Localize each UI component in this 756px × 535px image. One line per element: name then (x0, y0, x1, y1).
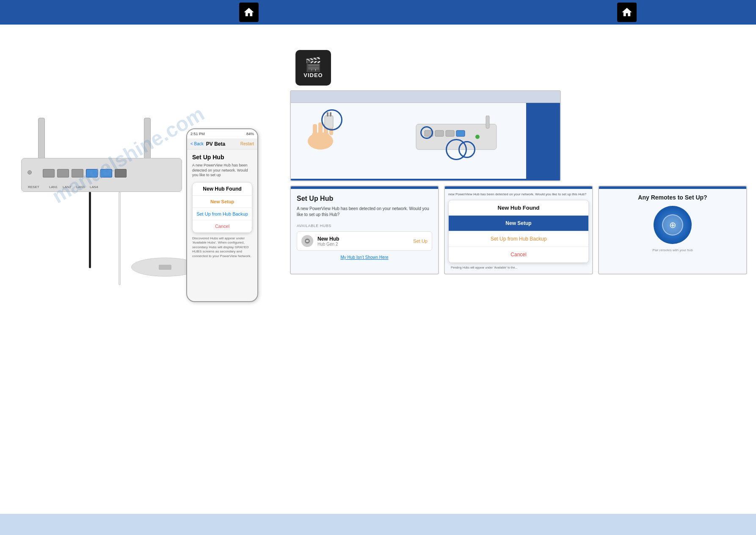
svg-rect-17 (306, 240, 309, 242)
screenshot-header-bar (291, 91, 560, 103)
nhf-small-text: Pending Hubs will appear under 'Availabl… (448, 263, 589, 272)
bottom-bar-right (378, 514, 756, 535)
blue-circle-port3 (458, 141, 475, 158)
phone-body: 2:51 PM 84% < Back PV Beta Restart Set U… (186, 128, 258, 302)
setup-hub-desc: A new PowerView Hub has been detected on… (297, 206, 432, 218)
black-cable (89, 192, 91, 268)
port-labels: RESET LAN1 LAN2 LAN3 LAN4 (28, 185, 102, 189)
reset-label: RESET (28, 185, 32, 189)
hub-type: Hub Gen 2 (317, 242, 339, 247)
new-hub-found-dialog: New Hub Found New Setup Set Up from Hub … (448, 200, 589, 263)
home-icon-svg-right (621, 6, 633, 18)
available-hubs-label: AVAILABLE HUBS (297, 224, 432, 228)
remote-image: ⊕ (654, 206, 692, 244)
phone-screen-title: Set Up Hub (192, 154, 252, 161)
cancel-btn[interactable]: Cancel (449, 247, 588, 263)
phone-dialog: New Hub Found New Setup Set Up from Hub … (192, 182, 252, 233)
top-bar-right (378, 0, 756, 25)
lan4-port-blue (86, 169, 98, 177)
blue-accent-right (526, 103, 560, 181)
nhf-overlay-text: new PowerView Hub has been detected on y… (448, 192, 589, 197)
phone-cancel-btn[interactable]: Cancel (193, 220, 252, 233)
lan2-label: LAN2 (63, 185, 74, 189)
phone-back-button[interactable]: < Back (190, 141, 204, 146)
hub-connector (159, 265, 171, 270)
reset-button (28, 170, 32, 175)
blue-accent-bottom (291, 179, 560, 181)
router-illustration: RESET LAN1 LAN2 LAN3 LAN4 (13, 118, 199, 262)
blue-circle-plug (321, 109, 342, 130)
left-panel: RESET LAN1 LAN2 LAN3 LAN4 2:51 PM 84% < … (0, 25, 279, 514)
phone-nav-action[interactable]: Restart (240, 141, 254, 146)
phone-time: 2:51 PM (190, 132, 205, 136)
router-body: RESET LAN1 LAN2 LAN3 LAN4 (21, 158, 182, 192)
bottom-bar-left (0, 514, 378, 535)
hub-list-item[interactable]: New Hub Hub Gen 2 Set Up (297, 231, 432, 251)
setup-hub-title: Set Up Hub (297, 195, 432, 202)
hub-icon-svg (304, 238, 311, 244)
sub-screenshots-row: Set Up Hub A new PowerView Hub has been … (290, 186, 747, 274)
white-cable (119, 192, 121, 285)
lan5-port-blue (100, 169, 112, 177)
phone-nav-bar: < Back PV Beta Restart (187, 139, 257, 150)
lan3-label: LAN3 (76, 185, 88, 189)
blue-circle-port1 (420, 126, 433, 139)
svg-rect-2 (313, 124, 317, 136)
router-antenna-right (144, 118, 151, 160)
new-setup-btn[interactable]: New Setup (449, 216, 588, 231)
wan-port (115, 169, 127, 177)
phone-nav-title: PV Beta (206, 141, 240, 147)
phone-dialog-title: New Hub Found (193, 183, 252, 196)
phone-battery: 84% (246, 132, 254, 136)
hub-backup-btn[interactable]: Set Up from Hub Backup (449, 231, 588, 247)
lan4-label: LAN4 (90, 185, 102, 189)
svg-rect-11 (435, 130, 444, 136)
hub-setup-action[interactable]: Set Up (413, 238, 428, 244)
top-bar-left (0, 0, 378, 25)
svg-rect-13 (456, 130, 465, 136)
sub-screenshot-new-hub: new PowerView Hub has been detected on y… (444, 186, 593, 274)
phone-status-bar: 2:51 PM 84% (187, 129, 257, 139)
plug-hand-area (299, 111, 350, 155)
sub-screenshot-remotes: Any Remotes to Set Up? ⊕ Pair remotes wi… (598, 186, 747, 274)
right-panel: Set Up Hub A new PowerView Hub has been … (279, 25, 756, 514)
screenshot-content (291, 103, 560, 181)
phone-hub-backup-btn[interactable]: Set Up from Hub Backup (193, 208, 252, 220)
phone-new-setup-btn[interactable]: New Setup (193, 196, 252, 208)
hub-info: New Hub Hub Gen 2 (317, 236, 339, 247)
phone-subtitle: A new PowerView Hub has been detected on… (192, 163, 252, 178)
home-icon-svg (243, 6, 255, 18)
main-screenshot (290, 90, 561, 181)
home-icon-right[interactable] (617, 3, 637, 22)
nhf-dialog-title: New Hub Found (449, 200, 588, 216)
remote-arrows: ⊕ (669, 220, 676, 230)
hub-name: New Hub (317, 236, 339, 242)
svg-point-15 (475, 135, 480, 139)
lan2-port (57, 169, 69, 177)
home-icon-left[interactable] (239, 3, 259, 22)
hub-icon (301, 235, 313, 247)
sub-screenshot-setup-hub: Set Up Hub A new PowerView Hub has been … (290, 186, 439, 274)
phone-illustration: 2:51 PM 84% < Back PV Beta Restart Set U… (186, 128, 260, 304)
new-hub-dialog-container: new PowerView Hub has been detected on y… (445, 189, 592, 274)
remotes-title: Any Remotes to Set Up? (604, 194, 741, 201)
svg-rect-12 (446, 130, 454, 136)
lan3-port (72, 169, 83, 177)
my-hub-link[interactable]: My Hub Isn't Shown Here (297, 255, 432, 260)
router-antenna-left (38, 118, 45, 160)
phone-small-text: Discovered Hubs will appear under 'Avail… (192, 236, 252, 258)
hub-in-screenshot (412, 116, 505, 160)
phone-content: Set Up Hub A new PowerView Hub has been … (187, 150, 257, 263)
remotes-panel: Any Remotes to Set Up? ⊕ Pair remotes wi… (599, 189, 746, 257)
svg-rect-14 (486, 116, 489, 128)
setup-hub-panel: Set Up Hub A new PowerView Hub has been … (291, 189, 438, 266)
remotes-footer: Pair remotes with your hub (604, 248, 741, 252)
lan1-label: LAN1 (49, 185, 61, 189)
lan-ports (43, 169, 127, 177)
lan1-port (43, 169, 55, 177)
